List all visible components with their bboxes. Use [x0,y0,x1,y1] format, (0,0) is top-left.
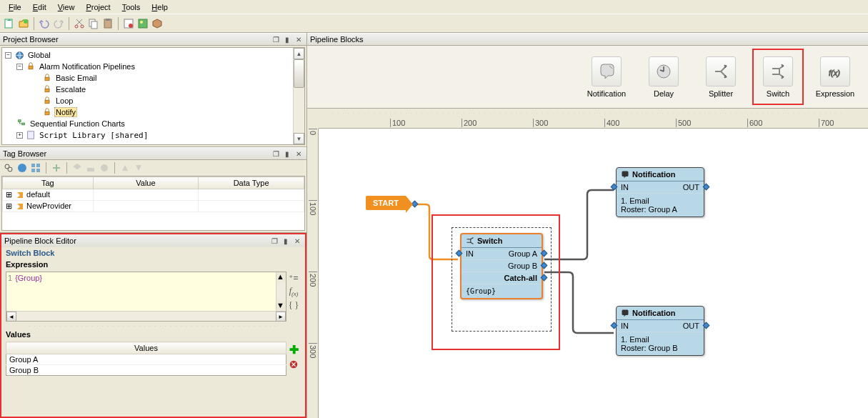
menu-edit[interactable]: Edit [27,1,52,13]
svg-rect-18 [19,120,21,122]
add-value-icon[interactable]: ✚ [289,343,299,357]
port-in[interactable] [611,322,618,329]
pin-icon[interactable]: ▮ [281,236,291,246]
delete-value-icon[interactable] [289,359,299,371]
tag-add-icon[interactable] [51,162,62,174]
tree-item[interactable]: Loop [54,96,74,105]
close-icon[interactable]: ✕ [294,34,304,44]
tree-item-selected[interactable]: Notify [54,107,77,117]
port-out[interactable] [411,201,418,208]
block-palette: Notification Delay Splitter Switch f(x) … [307,46,868,109]
lock-icon [26,61,36,71]
notification-block-a[interactable]: Notification INOUT 1. EmailRoster: Group… [616,167,704,217]
wires [319,129,868,418]
lock-icon [42,96,52,106]
tree-item[interactable]: Basic Email [54,74,98,82]
menu-file[interactable]: File [3,1,27,13]
svg-rect-7 [106,19,110,21]
tag-e-icon[interactable] [133,162,144,174]
globe-icon[interactable] [16,162,28,174]
tree-script[interactable]: Script Library [shared] [38,131,149,140]
cut-icon[interactable] [73,17,86,30]
table-row[interactable]: Group A [6,354,286,365]
image-icon[interactable] [136,17,149,30]
db-icon[interactable] [122,17,135,30]
restore-icon[interactable]: ❐ [271,149,281,159]
main-toolbar [0,14,868,33]
switch-block[interactable]: Switch INGroup A Group B Catch-all {Grou… [460,233,543,299]
tag-c-icon[interactable] [99,162,110,174]
tree-anp[interactable]: Alarm Notification Pipelines [38,62,136,71]
tree-item[interactable]: Escalate [54,85,87,94]
port-out[interactable] [703,322,710,329]
start-block[interactable]: START [366,196,406,210]
svg-rect-27 [36,169,40,172]
port-in[interactable] [611,184,618,191]
pipeline-canvas[interactable]: START Switch INGroup A Group B Catch-all… [319,129,868,418]
undo-icon[interactable] [38,17,51,30]
values-label: Values [1,329,305,340]
menu-tools[interactable]: Tools [116,1,146,13]
menu-help[interactable]: Help [146,1,174,13]
lock-icon [42,107,52,117]
menu-project[interactable]: Project [80,1,116,13]
search-icon[interactable] [3,162,14,174]
tree-global[interactable]: Global [26,51,52,59]
svg-rect-24 [31,164,35,167]
palette-expression[interactable]: f(x) Expression [809,49,861,105]
palette-delay[interactable]: Delay [638,49,689,105]
values-table[interactable]: Values Group A Group B [6,342,286,376]
palette-notification[interactable]: Notification [581,49,632,105]
tree-sfc[interactable]: Sequential Function Charts [29,119,126,128]
svg-point-9 [129,24,133,28]
tag-b-icon[interactable] [85,162,96,174]
svg-text:f(x): f(x) [829,69,840,77]
menu-bar: File Edit View Project Tools Help [0,0,868,14]
tag-col-value[interactable]: Value [93,177,199,189]
palette-splitter[interactable]: Splitter [695,49,747,105]
restore-icon[interactable]: ❐ [271,34,281,44]
expr-plus-icon[interactable]: ⁺= [289,273,298,283]
menu-view[interactable]: View [52,1,81,13]
tag-a-icon[interactable] [71,162,83,174]
new-icon[interactable] [3,17,16,30]
palette-switch[interactable]: Switch [752,49,804,105]
project-tree[interactable]: −Global −Alarm Notification Pipelines Ba… [2,48,293,144]
notification-block-b[interactable]: Notification INOUT 1. EmailRoster: Group… [616,306,704,356]
svg-rect-19 [22,123,25,125]
svg-rect-10 [139,19,147,28]
lock-icon [42,84,52,94]
copy-icon[interactable] [87,17,100,30]
table-row[interactable]: Group B [6,365,286,376]
pin-icon[interactable]: ▮ [282,149,292,159]
svg-point-1 [24,19,28,24]
tag-table[interactable]: Tag Value Data Type ⊞ default ⊞ NewProvi… [1,176,305,231]
table-row[interactable]: ⊞ default [3,189,94,201]
svg-point-11 [140,21,143,24]
paste-icon[interactable] [101,17,114,30]
tag-col-type[interactable]: Data Type [199,177,304,189]
block-editor-panel: Pipeline Block Editor ❐ ▮ ✕ Switch Block… [0,233,306,418]
package-icon[interactable] [151,17,164,30]
svg-point-22 [8,167,12,171]
restore-icon[interactable]: ❐ [269,236,279,246]
grid-icon[interactable] [30,162,41,174]
expr-braces-icon[interactable]: { } [289,300,299,311]
svg-point-23 [18,164,26,172]
svg-rect-16 [45,100,49,104]
svg-point-2 [75,25,78,28]
close-icon[interactable]: ✕ [294,149,304,159]
port-out[interactable] [703,184,710,191]
expr-fx-icon[interactable]: f(x) [289,286,299,297]
expression-input[interactable]: 1{Group} ▲▼ ◄► [6,272,286,322]
table-row[interactable]: ⊞ NewProvider [3,201,94,212]
open-icon[interactable] [17,17,30,30]
svg-rect-15 [45,89,49,92]
tree-scrollbar[interactable]: ▲▼ [293,48,304,144]
tag-d-icon[interactable] [119,162,131,174]
tag-toolbar [0,160,306,176]
redo-icon[interactable] [52,17,65,30]
pin-icon[interactable]: ▮ [282,34,292,44]
close-icon[interactable]: ✕ [292,236,302,246]
tag-col-tag[interactable]: Tag [3,177,94,189]
